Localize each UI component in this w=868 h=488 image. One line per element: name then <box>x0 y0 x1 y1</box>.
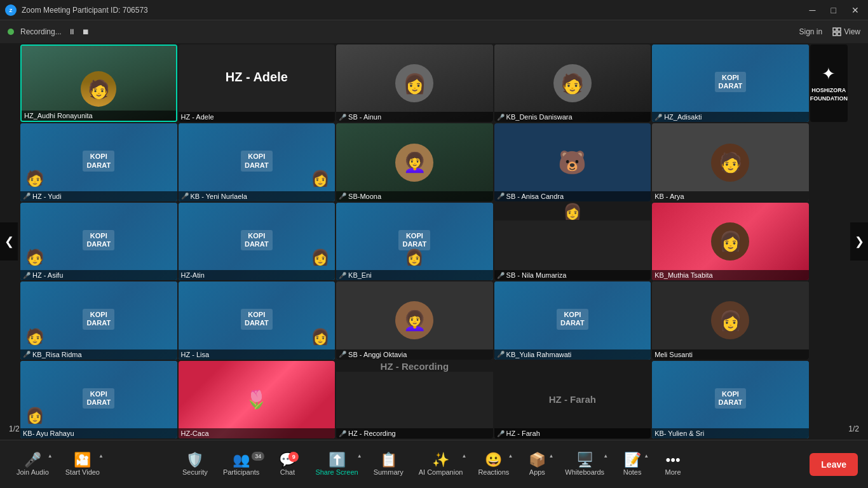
next-page-button[interactable]: ❯ <box>850 222 868 261</box>
more-icon: ••• <box>666 453 681 467</box>
svg-rect-5 <box>837 32 841 36</box>
reactions-button[interactable]: ▲ 😀 Reactions <box>471 451 515 478</box>
ai-companion-caret[interactable]: ▲ <box>462 453 467 459</box>
participant-name-text: HZ - Farah <box>506 430 540 437</box>
svg-rect-2 <box>833 28 836 31</box>
video-tile: KOPIDARAT 🧑 🎤 HZ - Yudi <box>20 123 177 201</box>
apps-icon: 📦 <box>529 453 546 467</box>
summary-button[interactable]: 📋 Summary <box>367 451 410 478</box>
more-label: More <box>665 469 681 476</box>
whiteboards-icon: 🖥️ <box>576 453 593 467</box>
apps-button[interactable]: ▲ 📦 Apps <box>518 451 556 478</box>
window-title: Zoom Meeting Participant ID: 706573 <box>22 6 148 15</box>
video-tile: 🧑 HZ_Audhi Ronayunita <box>20 44 177 122</box>
muted-icon: 🎤 <box>339 193 346 200</box>
notes-caret[interactable]: ▲ <box>644 453 649 459</box>
whiteboards-caret[interactable]: ▲ <box>603 453 608 459</box>
join-audio-caret[interactable]: ▲ <box>48 453 53 459</box>
main-content: ❮ 1/2 🧑 HZ_Audhi Ronayunita HZ - Adele H… <box>0 43 868 440</box>
whiteboards-label: Whiteboards <box>565 469 604 476</box>
share-screen-caret[interactable]: ▲ <box>357 453 362 459</box>
view-button[interactable]: View <box>832 27 860 36</box>
video-tile: KOPIDARAT KB- Yulien & Sri <box>652 361 809 438</box>
participant-name: 🎤 HZ - Asifu <box>20 270 177 280</box>
leave-button[interactable]: Leave <box>810 453 858 476</box>
ai-companion-button[interactable]: ▲ ✨ AI Companion <box>412 451 470 478</box>
video-tile: 👩‍🦱 🎤 SB - Anggi Oktavia <box>336 281 493 359</box>
participants-count-badge: 34 <box>252 452 264 461</box>
reactions-caret[interactable]: ▲ <box>508 453 513 459</box>
bottom-toolbar: ▲ 🎤 Join Audio ▲ 🎦 Start Video 🛡️ Securi… <box>0 440 868 488</box>
hoshizora-panel: ✦ HOSHIZORAFOUNDATION <box>810 44 848 122</box>
participant-name-text: SB - Ainun <box>348 113 381 121</box>
svg-rect-3 <box>837 28 841 31</box>
video-tile: KOPIDARAT 🧑 🎤 KB_Risa Ridma <box>20 281 177 359</box>
participant-name-text: KB_Risa Ridma <box>32 351 82 358</box>
join-audio-button[interactable]: ▲ 🎤 Join Audio <box>10 451 55 478</box>
video-tile: 🧑 KB - Arya <box>652 123 809 201</box>
more-button[interactable]: ••• More <box>654 451 692 478</box>
hoshizora-star-icon: ✦ <box>822 64 836 84</box>
video-tile: 👩 🎤 SB - Ainun <box>336 44 493 122</box>
participant-name: 🎤 SB-Moona <box>336 191 493 201</box>
participant-display-name: HZ - Adele <box>179 44 336 109</box>
participant-name-text: KB - Arya <box>654 193 684 200</box>
participant-name: 🎤 SB - Nila Mumariza <box>494 270 651 280</box>
participant-name-text: KB_Eni <box>348 271 372 279</box>
whiteboards-button[interactable]: ▲ 🖥️ Whiteboards <box>559 451 611 478</box>
muted-icon: 🎤 <box>497 193 505 200</box>
share-screen-button[interactable]: ▲ ⬆️ Share Screen <box>309 451 364 478</box>
participant-name-text: SB - Anisa Candra <box>506 193 564 200</box>
participant-name: 🎤 SB - Anisa Candra <box>494 191 651 201</box>
ai-companion-label: AI Companion <box>419 469 463 476</box>
start-video-button[interactable]: ▲ 🎦 Start Video <box>59 451 106 478</box>
participant-name: KB_Muthia Tsabita <box>652 270 809 280</box>
participant-name: HZ-Caca <box>179 428 336 438</box>
close-button[interactable]: ✕ <box>848 4 863 17</box>
participant-name-text: HZ - Yudi <box>32 193 62 200</box>
maximize-button[interactable]: □ <box>827 4 840 17</box>
participant-name-text: HZ - Lisa <box>181 351 210 358</box>
start-video-caret[interactable]: ▲ <box>98 453 104 459</box>
participant-name-text: Meli Susanti <box>654 351 693 358</box>
apps-label: Apps <box>529 469 545 476</box>
toolbar-left: ▲ 🎤 Join Audio ▲ 🎦 Start Video <box>10 451 106 478</box>
video-tile: KOPIDARAT 🎤 HZ_Adisakti <box>652 44 809 122</box>
video-tile: KOPIDARAT 👩 🎤 KB_Eni <box>336 203 493 280</box>
reactions-label: Reactions <box>478 469 509 476</box>
pause-recording-button[interactable]: ⏸ <box>68 27 76 36</box>
recording-label: Recording... <box>20 27 62 36</box>
muted-icon: 🎤 <box>23 272 31 279</box>
audio-icon: 🎤 <box>24 453 41 467</box>
participant-name: KB- Ayu Rahayu <box>20 428 177 438</box>
security-button[interactable]: 🛡️ Security <box>176 451 214 478</box>
participant-name-text: SB - Anggi Oktavia <box>348 351 407 358</box>
participant-name-text: KB_Denis Daniswara <box>506 113 573 121</box>
svg-rect-4 <box>833 32 836 36</box>
sign-in-button[interactable]: Sign in <box>799 27 823 36</box>
participant-name: Meli Susanti <box>652 349 809 360</box>
muted-icon: 🎤 <box>497 114 505 121</box>
chat-button[interactable]: 💬 Chat 9 <box>268 451 306 478</box>
chat-badge: 9 <box>288 452 299 462</box>
window-controls: ─ □ ✕ <box>806 4 863 17</box>
video-tile: KOPIDARAT 👩 🎤 KB - Yeni Nurlaela <box>179 123 336 201</box>
video-tile: 🐻 🎤 SB - Anisa Candra <box>494 123 651 201</box>
security-label: Security <box>182 469 208 476</box>
participant-name: 🎤 KB_Yulia Rahmawati <box>494 349 651 360</box>
muted-icon: 🎤 <box>654 114 662 121</box>
notes-button[interactable]: ▲ 📝 Notes <box>613 451 651 478</box>
stop-recording-button[interactable]: ⏹ <box>82 27 90 36</box>
apps-caret[interactable]: ▲ <box>548 453 553 459</box>
participant-name-text: KB - Yeni Nurlaela <box>191 193 247 200</box>
participant-name: HZ_Audhi Ronayunita <box>22 111 176 121</box>
prev-page-button[interactable]: ❮ <box>0 222 18 261</box>
recording-indicator <box>8 29 14 35</box>
minimize-button[interactable]: ─ <box>806 4 820 17</box>
muted-icon: 🎤 <box>339 430 346 437</box>
participants-button[interactable]: ▲ 👥 Participants 34 <box>217 451 266 478</box>
video-tile: 👩 Meli Susanti <box>652 281 809 359</box>
participant-name: 🎤 KB_Denis Daniswara <box>494 112 651 122</box>
participant-name-text: SB-Moona <box>348 193 381 200</box>
participant-name: KB- Yulien & Sri <box>652 428 809 438</box>
